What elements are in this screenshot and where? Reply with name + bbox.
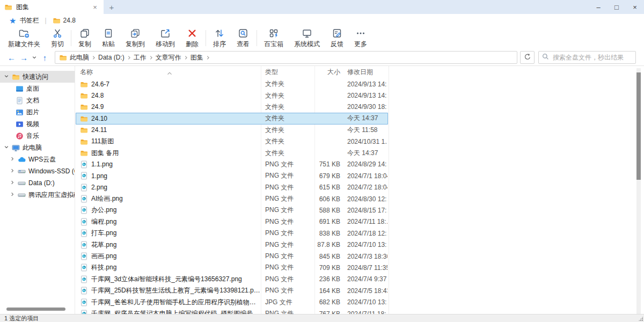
folder-icon [80,80,88,88]
file-row[interactable]: 24.11文件夹今天 11:58 [76,125,388,136]
file-type: PNG 文件 [261,194,314,203]
sidebar-item-WPS云盘[interactable]: WPS云盘 [0,153,75,165]
bookmark-item[interactable]: 24.8 [53,17,76,24]
image-file-icon [80,160,88,169]
toolbar-button-sort[interactable]: 排序 [208,27,231,49]
breadcrumb-segment[interactable]: 图集 [189,53,205,62]
back-button[interactable]: ← [5,54,18,62]
feedback-icon [332,27,342,39]
toolbar-button-system-mode[interactable]: 系统模式 [289,27,325,49]
chevron-right-icon[interactable] [10,156,15,163]
maximize-button[interactable]: □ [608,0,626,14]
file-row[interactable]: 千库网_爸爸和儿子使用智能手机上的应用程序识别植物。_摄影图编号1841217…… [76,296,388,308]
search-input[interactable] [552,53,632,62]
search-box[interactable] [538,51,636,64]
chevron-right-icon[interactable] [10,191,15,199]
sidebar-item-Data (D:)[interactable]: Data (D:) [0,177,75,189]
bookmark-bar-label[interactable]: 书签栏 [19,16,39,25]
breadcrumb-segment[interactable]: 此电脑 [68,53,91,62]
up-button[interactable]: ↑ [39,54,51,62]
sidebar-item-视频[interactable]: 视频 [0,118,75,130]
file-row[interactable]: 打车.pngPNG 文件838 KB2024/7/18 12:… [76,228,388,239]
tab-close-icon[interactable]: × [91,3,99,11]
close-button[interactable]: × [626,0,644,14]
minimize-button[interactable]: – [589,0,608,14]
file-row[interactable]: AI绘画.pngPNG 文件606 KB2024/8/30 12:… [76,193,388,204]
file-name: 千库网_爸爸和儿子使用智能手机上的应用程序识别植物。_摄影图编号1841217… [91,298,261,307]
file-row[interactable]: 24.9文件夹2024/9/30 18:… [76,101,388,113]
toolbar-button-move-to[interactable]: 移动到 [150,27,180,49]
toolbar-button-paste[interactable]: 粘贴 [97,27,120,49]
file-row[interactable]: 科技.pngPNG 文件709 KB2024/8/7 11:35 [76,262,388,273]
sort-ascending-icon[interactable] [166,70,173,77]
sidebar-item-图片[interactable]: 图片 [0,106,75,118]
breadcrumb-segment[interactable]: Data (D:) [97,54,126,61]
sidebar-item-label: 快速访问 [23,72,48,82]
column-header-date[interactable]: 修改日期 [345,68,387,77]
file-row[interactable]: 千库网_程序员在笔记本电脑上编写编程代码_摄影图编号20511911.pngPN… [76,308,388,314]
toolbar-button-toolbox[interactable]: 百宝箱 [259,27,289,49]
sidebar-horizontal-scrollbar-thumb[interactable] [6,308,65,311]
file-row[interactable]: 24.8文件夹2024/9/13 14:… [76,90,388,101]
resize-grip-icon[interactable] [639,317,643,321]
toolbar-button-new-folder[interactable]: 新建文件夹 [3,27,46,49]
sidebar-item-快速访问[interactable]: 快速访问 [0,71,75,83]
toolbar-separator [71,30,71,46]
chevron-down-icon[interactable] [4,144,9,151]
file-row[interactable]: 1.1.pngPNG 文件751 KB2024/8/29 14:… [76,159,388,170]
bookmark-star-icon[interactable]: ★ [9,17,16,25]
tab-active[interactable]: 图集 × [0,0,104,14]
file-type: PNG 文件 [261,275,314,284]
sidebar-item-桌面[interactable]: 桌面 [0,83,75,94]
file-row[interactable]: 编程.pngPNG 文件691 KB2024/7/11 18:… [76,216,388,228]
file-row-name-cell: 科技.png [76,263,261,272]
refresh-button[interactable] [520,51,535,64]
breadcrumb[interactable]: 此电脑Data (D:)工作文章写作图集 [55,51,517,64]
file-row[interactable]: 24.6-7文件夹2024/9/13 14:… [76,78,388,90]
file-row[interactable]: 千库网_25D科技智慧生活线上教育_元素编号13398121.pngPNG 文件… [76,285,388,296]
file-row[interactable]: 1.pngPNG 文件679 KB2024/7/1 18:04 [76,170,388,181]
breadcrumb-segment[interactable]: 工作 [132,53,148,62]
sidebar-item-此电脑[interactable]: 此电脑 [0,142,75,153]
toolbar-button-copy-to[interactable]: 复制到 [120,27,150,49]
file-row[interactable]: 24.10文件夹今天 14:37 [76,113,388,124]
pictures-icon [16,108,24,116]
toolbar-button-view[interactable]: 查看 [231,27,255,49]
breadcrumb-chevron-icon [149,55,153,60]
sidebar-item-腾讯应用宝虚拟磁盘 (T:)[interactable]: 腾讯应用宝虚拟磁盘 (T:) [0,189,75,201]
sidebar-item-Windows-SSD (C:)[interactable]: Windows-SSD (C:) [0,165,75,177]
history-dropdown-icon[interactable] [30,55,39,60]
file-row[interactable]: 画画.pngPNG 文件845 KB2024/7/3 18:30 [76,251,388,262]
breadcrumb-segment[interactable]: 文章写作 [154,53,183,62]
sidebar-item-label: WPS云盘 [28,155,56,164]
file-row-name-cell: 千库网_爸爸和儿子使用智能手机上的应用程序识别植物。_摄影图编号1841217… [76,298,261,307]
sidebar-item-文档[interactable]: 文档 [0,94,75,106]
file-row[interactable]: 办公.pngPNG 文件588 KB2024/8/15 17:… [76,204,388,216]
toolbar-button-copy[interactable]: 复制 [73,27,97,49]
file-name: 办公.png [91,206,116,215]
file-row[interactable]: 111新图文件夹2024/10/31 1… [76,136,388,147]
file-row-name-cell: 千库网_25D科技智慧生活线上教育_元素编号13398121.png [76,286,261,295]
toolbar-button-more[interactable]: 更多 [349,27,372,49]
file-row[interactable]: 2.pngPNG 文件615 KB2024/7/2 18:04 [76,182,388,193]
file-row-name-cell: 1.1.png [76,160,261,169]
file-row-name-cell: 24.8 [76,92,261,99]
column-header-size[interactable]: 大小 [314,68,345,77]
toolbar-button-feedback[interactable]: 反馈 [325,27,349,49]
sidebar-item-label: Data (D:) [28,179,55,187]
column-header-type[interactable]: 类型 [261,68,314,77]
file-type: PNG 文件 [261,263,314,272]
sidebar-item-音乐[interactable]: 音乐 [0,130,75,142]
chevron-down-icon[interactable] [4,73,9,80]
new-tab-button[interactable]: + [104,0,120,14]
file-row[interactable]: 千库网_3d立体ai智能球科技_元素编号13656327.pngPNG 文件23… [76,274,388,285]
forward-button[interactable]: → [18,54,30,62]
vertical-scrollbar-track[interactable] [636,68,641,314]
vertical-scrollbar-thumb[interactable] [636,72,641,180]
file-row[interactable]: 花草.pngPNG 文件87.8 KB2024/7/10 13:… [76,239,388,250]
toolbar-button-cut[interactable]: 剪切 [46,27,69,49]
chevron-right-icon[interactable] [10,179,15,187]
toolbar-button-delete[interactable]: 删除 [180,27,204,49]
chevron-right-icon[interactable] [10,167,15,175]
file-row[interactable]: 图集 备用文件夹今天 14:37 [76,147,388,158]
